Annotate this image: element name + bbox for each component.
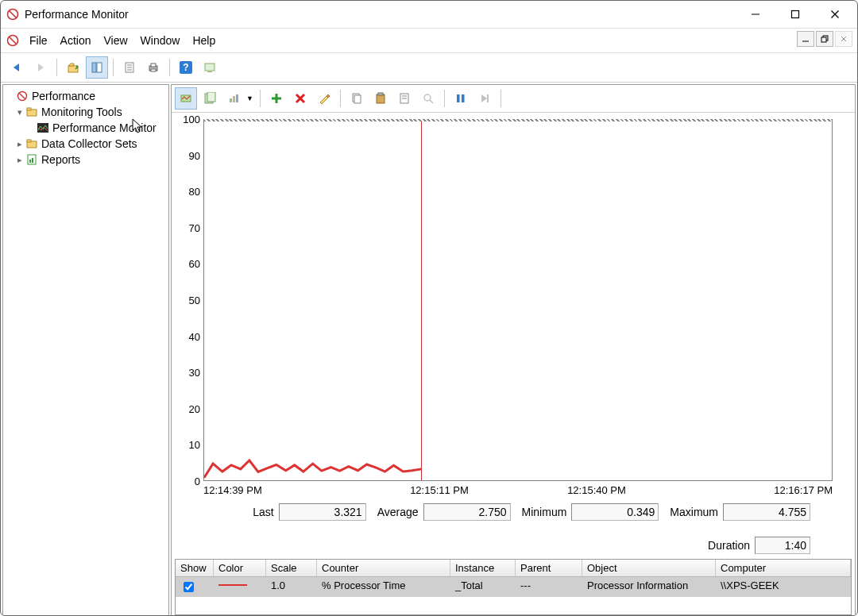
show-tree-button[interactable]	[86, 56, 108, 79]
menu-help[interactable]: Help	[186, 32, 222, 49]
counter-show-checkbox[interactable]	[184, 582, 194, 592]
freeze-button[interactable]	[450, 87, 472, 110]
app-icon	[6, 7, 20, 21]
chart-area: 1009080706050403020100 12:14:39 PM 12:15…	[172, 113, 855, 557]
svg-text:?: ?	[183, 62, 188, 73]
mdi-restore-button[interactable]	[816, 31, 833, 47]
counter-scale: 1.0	[266, 577, 317, 597]
duration-label: Duration	[708, 539, 750, 552]
counter-object: Processor Information	[582, 577, 716, 597]
y-axis: 1009080706050403020100	[180, 119, 203, 481]
tree-reports-label: Reports	[41, 153, 80, 166]
svg-rect-13	[68, 66, 78, 72]
svg-line-55	[430, 100, 433, 103]
col-scale[interactable]: Scale	[266, 560, 317, 576]
up-button[interactable]	[62, 56, 84, 79]
menu-action[interactable]: Action	[54, 32, 98, 49]
tree-root-label: Performance	[32, 90, 95, 102]
avg-value: 2.750	[423, 503, 511, 521]
x-tick: 12:14:39 PM	[203, 484, 361, 499]
expander-icon[interactable]: ▸	[14, 155, 25, 164]
y-tick: 90	[189, 149, 200, 161]
add-counter-button[interactable]	[265, 87, 288, 110]
window-title: Performance Monitor	[25, 8, 733, 21]
col-parent[interactable]: Parent	[516, 560, 582, 576]
expander-icon[interactable]: ▸	[14, 139, 25, 148]
tree-monitoring-tools[interactable]: ▾ Monitoring Tools	[3, 104, 168, 120]
tree-monitoring-tools-label: Monitoring Tools	[41, 106, 122, 118]
chart-plot[interactable]	[203, 119, 833, 481]
highlight-button[interactable]	[313, 87, 335, 110]
view-log-button[interactable]	[199, 87, 221, 110]
update-button[interactable]	[473, 87, 496, 110]
tree-performance-monitor[interactable]: Performance Monitor	[3, 120, 168, 136]
menu-file[interactable]: File	[23, 32, 54, 49]
y-tick: 100	[183, 114, 200, 125]
col-show[interactable]: Show	[176, 560, 214, 576]
max-value: 4.755	[723, 503, 810, 521]
tree-data-collector-sets[interactable]: ▸ Data Collector Sets	[3, 136, 168, 152]
zoom-button[interactable]	[417, 87, 439, 110]
reports-icon	[25, 153, 38, 166]
min-label: Minimum	[522, 506, 567, 518]
expander-icon[interactable]: ▾	[14, 107, 25, 117]
print-button[interactable]	[142, 56, 164, 79]
col-computer[interactable]: Computer	[716, 560, 851, 576]
mdi-close-button[interactable]	[835, 31, 852, 47]
tree-reports[interactable]: ▸ Reports	[3, 152, 168, 167]
chart-toolbar: ▼	[172, 85, 855, 113]
svg-rect-15	[97, 63, 102, 72]
tree-root[interactable]: Performance	[3, 88, 168, 104]
y-tick: 20	[189, 402, 200, 414]
x-tick: 12:16:17 PM	[675, 484, 833, 499]
svg-rect-35	[29, 160, 31, 163]
svg-rect-25	[205, 64, 214, 71]
col-object[interactable]: Object	[582, 560, 716, 576]
svg-rect-36	[32, 158, 33, 163]
forward-button[interactable]	[29, 56, 52, 79]
copy-props-button[interactable]	[346, 87, 368, 110]
data-line	[204, 121, 832, 479]
view-current-button[interactable]	[175, 87, 197, 110]
col-instance[interactable]: Instance	[450, 560, 516, 576]
svg-rect-57	[462, 94, 465, 102]
svg-rect-33	[27, 140, 31, 142]
help-button[interactable]: ?	[175, 56, 197, 79]
folder-icon	[25, 106, 38, 118]
counter-name: % Processor Time	[317, 577, 450, 597]
delete-counter-button[interactable]	[289, 87, 311, 110]
mdi-minimize-button[interactable]	[797, 31, 814, 47]
counters-table: Show Color Scale Counter Instance Parent…	[175, 559, 852, 615]
monitor-button[interactable]	[199, 56, 221, 79]
svg-rect-50	[378, 93, 383, 95]
back-button[interactable]	[6, 56, 28, 79]
menu-window[interactable]: Window	[134, 32, 187, 49]
chart-type-dropdown[interactable]: ▼	[245, 94, 255, 102]
chart-type-button[interactable]	[222, 87, 245, 110]
tree-performance-monitor-label: Performance Monitor	[52, 121, 157, 134]
svg-rect-48	[354, 95, 361, 103]
y-tick: 80	[189, 186, 200, 198]
counter-row[interactable]: 1.0 % Processor Time _Total --- Processo…	[176, 577, 851, 597]
perfmon-icon	[37, 121, 49, 134]
svg-rect-14	[92, 63, 96, 72]
minimize-button[interactable]	[738, 3, 773, 25]
svg-rect-49	[377, 94, 385, 103]
properties-chart-button[interactable]	[393, 87, 415, 110]
min-value: 0.349	[571, 503, 659, 521]
svg-line-7	[10, 37, 17, 44]
col-color[interactable]: Color	[214, 560, 266, 576]
properties-button[interactable]	[118, 56, 141, 79]
svg-rect-3	[792, 11, 799, 18]
menu-view[interactable]: View	[97, 32, 133, 49]
svg-line-28	[19, 93, 25, 99]
perf-root-icon	[16, 90, 29, 102]
counter-parent: ---	[516, 577, 582, 597]
y-tick: 10	[189, 439, 200, 451]
maximize-button[interactable]	[778, 3, 813, 25]
close-button[interactable]	[817, 3, 852, 25]
paste-button[interactable]	[369, 87, 392, 110]
col-counter[interactable]: Counter	[317, 560, 450, 576]
y-tick: 0	[195, 475, 200, 487]
svg-rect-30	[27, 108, 31, 110]
